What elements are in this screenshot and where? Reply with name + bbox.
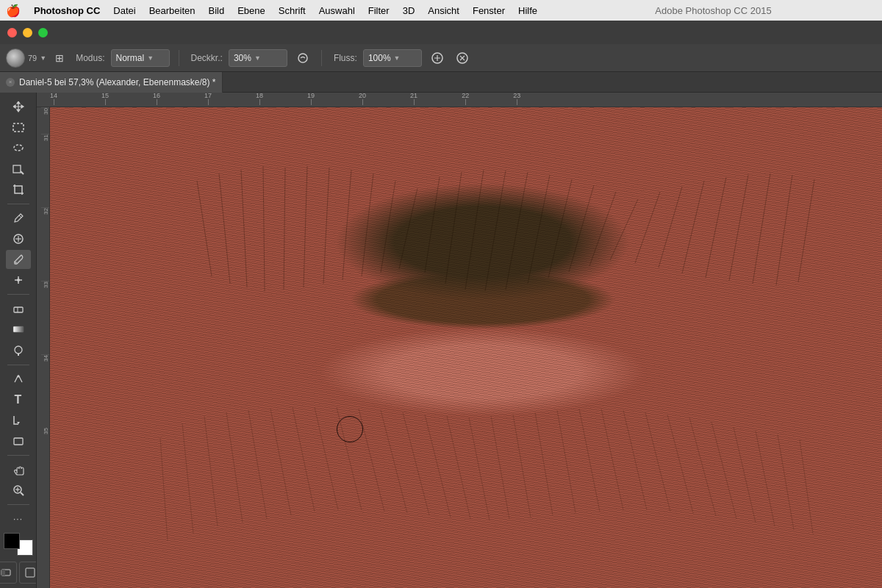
ruler-mark-16: 16 (153, 93, 160, 105)
modus-value: Normal (116, 53, 145, 63)
tool-zoom[interactable] (6, 481, 31, 500)
doc-tab-bar: × Daniel-5 bei 57,3% (Alexander, Ebenenm… (0, 72, 882, 93)
ruler-mark-17: 17 (204, 93, 212, 105)
hair-overlay (50, 107, 882, 588)
ruler-left-mark-30: 30 (41, 107, 49, 134)
apple-menu[interactable]: 🍎 (6, 4, 21, 18)
svg-rect-3 (13, 123, 24, 132)
color-swatches[interactable] (4, 533, 33, 556)
doc-tab-close[interactable]: × (6, 78, 15, 87)
modus-label: Modus: (76, 53, 104, 63)
tool-path-select[interactable] (6, 411, 31, 430)
ruler-top-marks: 14 15 16 17 18 19 20 (50, 93, 564, 107)
toolbar-separator-3 (7, 365, 29, 365)
screen-mode-button[interactable] (19, 562, 37, 584)
tool-healing[interactable] (6, 229, 31, 248)
tool-shape[interactable] (6, 431, 31, 451)
close-window-button[interactable] (7, 28, 17, 37)
modus-dropdown-arrow: ▼ (147, 54, 154, 62)
svg-point-0 (298, 54, 307, 62)
title-bar-app: Adobe Photoshop CC 2015 (551, 5, 876, 16)
canvas-area: 14 15 16 17 18 19 20 (37, 93, 882, 588)
menu-fenster[interactable]: Fenster (473, 5, 505, 16)
tool-gradient[interactable] (6, 320, 31, 339)
tool-rect-select[interactable] (6, 118, 31, 137)
tool-more[interactable]: ··· (6, 509, 31, 528)
svg-point-11 (14, 262, 17, 265)
ruler-mark-15: 15 (101, 93, 109, 105)
photo-image (50, 107, 882, 588)
tool-burn-dodge[interactable] (6, 340, 31, 359)
tool-clone[interactable] (6, 270, 31, 290)
tool-magic-wand[interactable] (6, 159, 31, 179)
toolbar-separator-2 (7, 294, 29, 295)
menu-schrift[interactable]: Schrift (279, 5, 306, 16)
svg-rect-13 (14, 307, 23, 312)
menu-3d[interactable]: 3D (403, 5, 415, 16)
svg-rect-19 (14, 438, 23, 445)
ruler-left-mark-33: 33 (41, 281, 49, 354)
ruler-mark-22: 22 (462, 93, 469, 105)
photo-canvas[interactable] (50, 107, 882, 588)
tool-text[interactable]: T (6, 390, 31, 409)
tool-brush[interactable] (6, 250, 31, 269)
menu-bearbeiten[interactable]: Bearbeiten (149, 5, 196, 16)
menu-ebene[interactable]: Ebene (237, 5, 265, 16)
menu-bar: 🍎 Photoshop CC Datei Bearbeiten Bild Ebe… (0, 0, 882, 21)
fluss-label: Fluss: (334, 53, 357, 63)
tool-eraser[interactable] (6, 299, 31, 318)
foreground-color-swatch[interactable] (4, 533, 20, 549)
menu-ansicht[interactable]: Ansicht (428, 5, 459, 16)
tool-lasso[interactable] (6, 138, 31, 157)
modus-dropdown[interactable]: Normal ▼ (111, 49, 170, 67)
tool-hand[interactable] (6, 460, 31, 479)
menu-hilfe[interactable]: Hilfe (518, 5, 537, 16)
quick-mask-button[interactable] (0, 562, 17, 584)
tool-move[interactable] (6, 97, 31, 116)
svg-line-7 (19, 215, 21, 218)
title-bar (0, 21, 882, 44)
left-toolbar: T (0, 93, 37, 588)
deckkr-dropdown-arrow: ▼ (254, 54, 261, 62)
menu-photoshop[interactable]: Photoshop CC (34, 5, 100, 16)
ruler-mark-20: 20 (359, 93, 366, 105)
svg-point-16 (15, 346, 22, 354)
symmetry-icon[interactable] (453, 49, 472, 68)
tablet-pressure-icon[interactable]: ⊞ (52, 51, 67, 65)
separator-1 (179, 50, 179, 66)
fluss-dropdown-arrow: ▼ (394, 54, 401, 62)
more-dots: ··· (13, 514, 23, 524)
tool-crop[interactable] (6, 180, 31, 199)
doc-tab-active[interactable]: × Daniel-5 bei 57,3% (Alexander, Ebenenm… (0, 72, 223, 93)
svg-line-21 (21, 492, 24, 495)
fullscreen-window-button[interactable] (38, 28, 48, 37)
minimize-window-button[interactable] (23, 28, 32, 37)
menu-auswahl[interactable]: Auswahl (319, 5, 355, 16)
ruler-left-mark-32: 32 (41, 207, 49, 281)
menu-filter[interactable]: Filter (368, 5, 390, 16)
toolbar-separator-1 (7, 204, 29, 204)
svg-point-18 (17, 376, 19, 378)
svg-point-4 (14, 145, 23, 151)
text-tool-letter: T (15, 393, 22, 406)
tool-pen[interactable] (6, 369, 31, 388)
fluss-dropdown[interactable]: 100% ▼ (363, 49, 422, 67)
brush-size-value: 79 (28, 54, 37, 62)
menu-datei[interactable]: Datei (113, 5, 135, 16)
ruler-mark-14: 14 (50, 93, 57, 105)
brush-dropdown-arrow: ▼ (40, 54, 46, 62)
brush-picker[interactable]: 79 ▼ (6, 49, 46, 68)
deckkr-dropdown[interactable]: 30% ▼ (229, 49, 287, 67)
tool-eyedropper[interactable] (6, 209, 31, 228)
ruler-mark-19: 19 (307, 93, 315, 105)
deckkr-value: 30% (234, 53, 251, 63)
airbrush-toggle[interactable] (293, 49, 312, 68)
svg-point-12 (17, 279, 20, 282)
separator-2 (321, 50, 322, 66)
ruler-top: 14 15 16 17 18 19 20 (37, 93, 882, 107)
fluss-value: 100% (368, 53, 391, 63)
toolbar-separator-4 (7, 455, 29, 456)
menu-bild[interactable]: Bild (209, 5, 225, 16)
smoothing-icon[interactable] (428, 49, 447, 68)
svg-line-6 (21, 171, 24, 174)
